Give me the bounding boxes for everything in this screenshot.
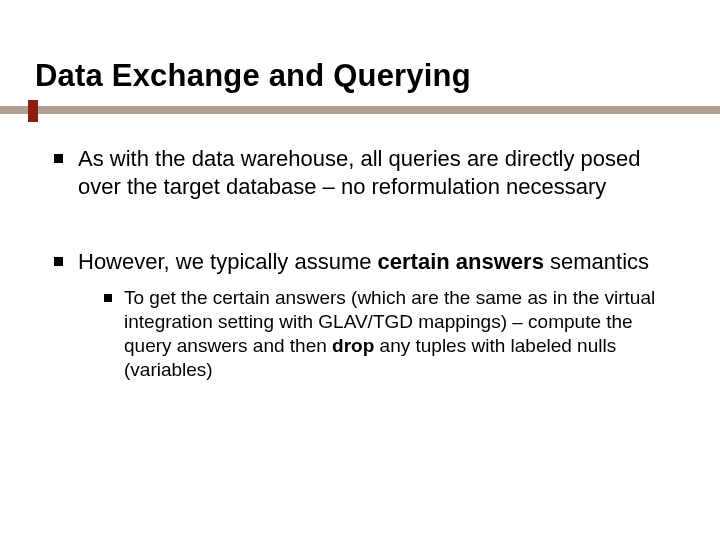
title-rule — [0, 106, 720, 114]
sub-bullet-text-bold: drop — [332, 335, 374, 356]
content-area: As with the data warehouse, all queries … — [50, 145, 670, 431]
bullet-text: As with the data warehouse, all queries … — [78, 146, 641, 199]
slide-title: Data Exchange and Querying — [35, 58, 471, 94]
slide: Data Exchange and Querying As with the d… — [0, 0, 720, 540]
bullet-text-pre: However, we typically assume — [78, 249, 378, 274]
bullet-text-post: semantics — [544, 249, 649, 274]
rule-grey-bar — [0, 106, 720, 114]
bullet-list: As with the data warehouse, all queries … — [50, 145, 670, 383]
sub-bullet-list: To get the certain answers (which are th… — [78, 286, 670, 383]
rule-accent-block — [28, 100, 38, 122]
bullet-item: As with the data warehouse, all queries … — [50, 145, 670, 200]
bullet-item: However, we typically assume certain ans… — [50, 248, 670, 383]
sub-bullet-item: To get the certain answers (which are th… — [102, 286, 670, 383]
bullet-text-bold: certain answers — [378, 249, 544, 274]
